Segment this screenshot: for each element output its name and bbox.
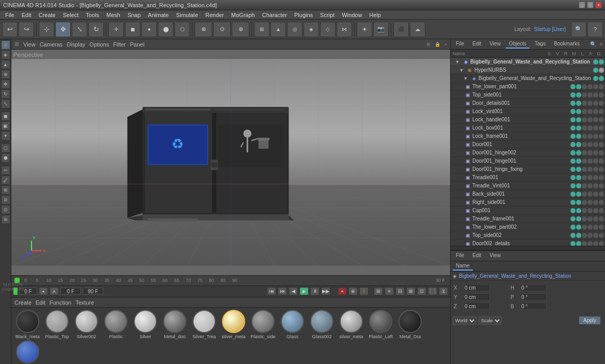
material-item-14[interactable]: Metal_Dra [13,340,42,364]
mat-texture[interactable]: Texture [75,299,94,306]
attr-name-tab[interactable]: Name [453,262,473,271]
play-button[interactable]: ▶ [299,287,309,295]
mat-create[interactable]: Create [14,299,31,306]
menu-item-script[interactable]: Script [317,11,338,19]
tree-item-16[interactable]: ▣Treadle_frame001 [451,215,605,223]
obj-panel-view-tab[interactable]: View [486,40,504,49]
vp-menu-view[interactable]: View [23,41,36,48]
redo-button[interactable]: ↪ [19,22,34,37]
tree-item-1[interactable]: ▣Top_side001 [451,91,605,99]
material-item-13[interactable]: Metal_Dra [396,310,424,339]
viewport-canvas[interactable]: ♻ [11,50,450,275]
key-button[interactable]: ● [39,287,48,295]
light-button[interactable]: ☀ [357,22,372,37]
goto-start-button[interactable]: ⏮ [267,287,276,295]
left-tool-17[interactable]: ⊙ [1,205,10,214]
autokey-button[interactable]: A [50,287,59,295]
menu-item-file[interactable]: File [2,11,18,19]
tree-item-10[interactable]: ▣Door001_hinge_fixing [451,165,605,173]
menu-item-window[interactable]: Window [339,11,365,19]
menu-item-create[interactable]: Create [36,11,59,19]
mat-function[interactable]: Function [50,299,71,306]
attr-edit-tab[interactable]: Edit [469,251,484,260]
panel-settings-icon[interactable]: ≡ [600,41,603,47]
scale-mode-select[interactable]: Scale [479,316,502,325]
live-select-button[interactable]: ⊹ [39,22,54,37]
record-object-button[interactable]: ⊕ [348,287,358,295]
left-tool-15[interactable]: ⊗ [1,185,10,195]
cube-button[interactable]: ◼ [125,22,140,37]
vp-menu-panel[interactable]: Panel [130,41,145,48]
layout-button-2[interactable]: ≡ [385,287,394,295]
tree-item-0[interactable]: ▣The_lower_part001 [451,83,605,91]
menu-item-plugins[interactable]: Plugins [291,11,316,19]
menu-item-simulate[interactable]: Simulate [173,11,201,19]
object-tree-scrollbar[interactable] [451,246,605,250]
tree-item-14[interactable]: ▣Right_side001 [451,198,605,207]
scale-button[interactable]: ⤡ [72,22,87,37]
obj-panel-objects-tab[interactable]: Objects [506,40,530,49]
sweep-button[interactable]: ⬡ [174,22,190,37]
left-tool-8[interactable]: ◼ [1,112,10,121]
vp-menu-display[interactable]: Display [67,41,85,48]
layout-button-4[interactable]: ⊠ [406,287,416,295]
render-to-po-button[interactable]: ⊗ [195,22,212,37]
undo-button[interactable]: ↩ [2,22,18,37]
tree-root-item[interactable]: ▼ ◈ Bigbelly_General_Waste_and_Recycling… [451,58,605,66]
menu-item-render[interactable]: Render [202,11,227,19]
render-settings-button[interactable]: ⊕ [232,22,249,37]
left-tool-16[interactable]: ⊘ [1,195,10,204]
layout-button-5[interactable]: ⊡ [417,287,426,295]
material-item-11[interactable]: silver_meta [337,310,365,339]
material-item-1[interactable]: Plastic_Top [43,310,71,339]
layout-button-3[interactable]: ⊟ [395,287,405,295]
menu-item-help[interactable]: Help [366,11,384,19]
left-tool-14[interactable]: 🖊 [1,176,10,185]
apply-button[interactable]: Apply [579,316,601,325]
vp-menu-filter[interactable]: Filter [113,41,125,48]
move-button[interactable]: ✥ [55,22,71,37]
tree-item-13[interactable]: ▣Back_side001 [451,190,605,198]
material-item-7[interactable]: silver_meta [219,310,248,339]
material-item-0[interactable]: Black_meta [13,310,42,339]
prev-frame-button[interactable]: ◀ [289,287,298,295]
vp-menu-options[interactable]: Options [89,41,109,48]
mat-edit[interactable]: Edit [36,299,45,306]
end-frame-input[interactable] [83,288,103,295]
left-tool-9[interactable]: ▣ [1,121,10,131]
rotate-button[interactable]: ↻ [88,22,104,37]
maximize-button[interactable]: □ [587,2,594,8]
cylinder-button[interactable]: ⬤ [158,22,173,37]
tree-item-3[interactable]: ▣Lock_vint001 [451,107,605,116]
menu-item-snap[interactable]: Snap [124,11,144,19]
camera-button[interactable]: 📷 [373,22,389,37]
menu-item-select[interactable]: Select [60,11,82,19]
layout-button-7[interactable]: ⊻ [439,287,448,295]
search-button[interactable]: 🔍 [571,22,586,37]
left-tool-5[interactable]: ✥ [1,80,10,89]
extrude-button[interactable]: ▲ [270,22,286,37]
material-item-3[interactable]: Plastic [102,310,130,339]
null-object-button[interactable]: ✛ [108,22,124,37]
material-item-12[interactable]: Plastic_Left [367,310,395,339]
tree-item-4[interactable]: ▣Lock_handle001 [451,116,605,124]
tree-item-19[interactable]: ▣Door002_details [451,240,605,246]
sky-button[interactable]: ☁ [410,22,425,37]
vp-menu-cameras[interactable]: Cameras [40,41,63,48]
coord-b-input[interactable] [520,303,547,310]
vp-settings-icon[interactable]: × [444,42,447,47]
tree-item-8[interactable]: ▣Door001_hinge002 [451,149,605,157]
menu-item-edit[interactable]: Edit [19,11,35,19]
material-item-4[interactable]: Silver [131,310,160,339]
left-tool-7[interactable]: ⤡ [1,99,10,108]
tree-item-11[interactable]: ▣Treadle001 [451,173,605,182]
vp-expand-icon[interactable]: ⊞ [426,42,431,47]
left-tool-1[interactable]: ⊹ [1,40,10,50]
left-tool-3[interactable]: ▲ [1,60,10,69]
menu-item-tools[interactable]: Tools [83,11,102,19]
tree-item-15[interactable]: ▣Cap001 [451,207,605,215]
obj-panel-bookmarks-tab[interactable]: Bookmarks [551,40,583,49]
menu-item-character[interactable]: Character [259,11,290,19]
close-button[interactable]: × [595,2,602,8]
coord-z-input[interactable] [463,303,490,310]
